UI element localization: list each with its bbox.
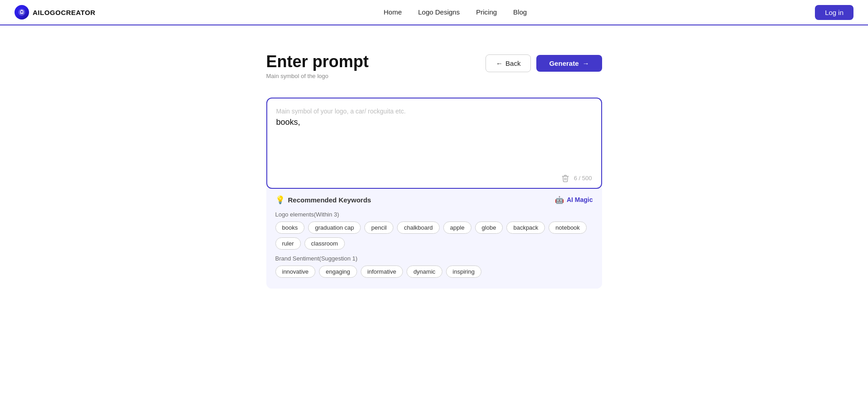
tag-ruler[interactable]: ruler	[275, 237, 301, 250]
nav-logo-designs[interactable]: Logo Designs	[418, 8, 460, 16]
lightbulb-icon: 💡	[275, 195, 285, 205]
tag-graduation-cap[interactable]: graduation cap	[308, 221, 361, 234]
tag-engaging[interactable]: engaging	[319, 266, 357, 278]
generate-arrow-icon: →	[583, 59, 589, 67]
prompt-footer: 6 / 500	[276, 171, 592, 182]
header-actions: ← Back Generate →	[485, 54, 602, 72]
ai-magic-label: AI Magic	[567, 196, 593, 203]
tag-chalkboard[interactable]: chalkboard	[397, 221, 440, 234]
site-logo[interactable]: AILOGOCREATOR	[15, 5, 95, 20]
login-button[interactable]: Log in	[815, 5, 853, 20]
brand-sentiment-label: Brand Sentiment(Suggestion 1)	[275, 255, 593, 262]
svg-point-1	[21, 11, 23, 13]
page-header: Enter prompt Main symbol of the logo ← B…	[266, 53, 602, 79]
tag-globe[interactable]: globe	[475, 221, 503, 234]
generate-label: Generate	[549, 59, 579, 67]
char-count: 6 / 500	[574, 175, 592, 182]
ai-magic-button[interactable]: 🤖 AI Magic	[555, 196, 593, 204]
page-header-left: Enter prompt Main symbol of the logo	[266, 53, 369, 79]
logo-icon	[15, 5, 29, 20]
main-content: Enter prompt Main symbol of the logo ← B…	[257, 25, 611, 307]
tag-informative[interactable]: informative	[361, 266, 403, 278]
logo-elements-label: Logo elements(Within 3)	[275, 211, 593, 218]
tag-backpack[interactable]: backpack	[506, 221, 545, 234]
keywords-section: 💡 Recommended Keywords 🤖 AI Magic Logo e…	[266, 188, 602, 289]
tag-innovative[interactable]: innovative	[275, 266, 316, 278]
back-label: Back	[505, 59, 520, 67]
prompt-box: Main symbol of your logo, a car/ rockgui…	[266, 98, 602, 189]
nav-pricing[interactable]: Pricing	[476, 8, 497, 16]
tag-apple[interactable]: apple	[443, 221, 471, 234]
back-button[interactable]: ← Back	[485, 54, 531, 72]
keywords-header: 💡 Recommended Keywords 🤖 AI Magic	[275, 195, 593, 205]
page-title: Enter prompt	[266, 53, 369, 71]
generate-button[interactable]: Generate →	[536, 55, 602, 72]
tag-notebook[interactable]: notebook	[549, 221, 587, 234]
nav-blog[interactable]: Blog	[513, 8, 527, 16]
logo-text: AILOGOCREATOR	[33, 9, 95, 16]
nav-home[interactable]: Home	[383, 8, 402, 16]
nav-links: Home Logo Designs Pricing Blog	[383, 8, 527, 16]
tag-classroom[interactable]: classroom	[304, 237, 345, 250]
tag-books[interactable]: books	[275, 221, 305, 234]
logo-elements-tags: books graduation cap pencil chalkboard a…	[275, 221, 593, 250]
keywords-title-text: Recommended Keywords	[288, 196, 371, 204]
clear-button[interactable]	[561, 174, 569, 182]
keywords-title: 💡 Recommended Keywords	[275, 195, 371, 205]
brand-sentiment-tags: innovative engaging informative dynamic …	[275, 266, 593, 278]
tag-pencil[interactable]: pencil	[364, 221, 393, 234]
page-subtitle: Main symbol of the logo	[266, 73, 369, 79]
prompt-placeholder: Main symbol of your logo, a car/ rockgui…	[276, 108, 592, 115]
tag-inspiring[interactable]: inspiring	[446, 266, 481, 278]
prompt-textarea[interactable]: books,	[276, 118, 592, 165]
back-arrow-icon: ←	[496, 59, 503, 67]
ai-magic-icon: 🤖	[555, 196, 564, 204]
tag-dynamic[interactable]: dynamic	[407, 266, 442, 278]
